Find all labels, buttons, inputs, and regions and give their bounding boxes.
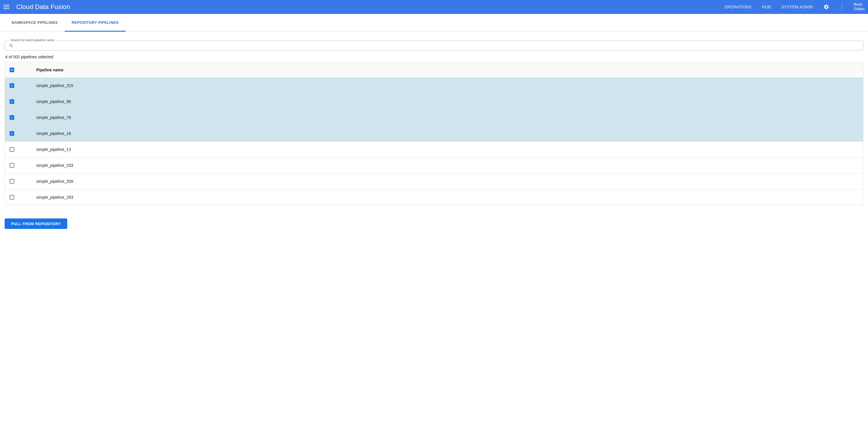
header-nav: OPERATIONS HUB SYSTEM ADMIN Basic Editio… [724, 2, 865, 11]
row-checkbox[interactable] [9, 195, 14, 200]
hamburger-menu-icon[interactable] [3, 3, 10, 10]
pipeline-name: simple_pipeline_76 [36, 115, 71, 120]
tabs: NAMESPACE PIPELINES REPOSITORY PIPELINES [0, 14, 868, 32]
pipeline-name: simple_pipeline_13 [36, 147, 71, 152]
selection-count: 4 of 502 pipelines selected [5, 55, 863, 59]
row-checkbox[interactable] [9, 163, 14, 168]
pipeline-name: simple_pipeline_18 [36, 131, 71, 136]
row-checkbox[interactable] [9, 83, 14, 88]
nav-operations[interactable]: OPERATIONS [724, 5, 752, 9]
search-wrap: Search by batch pipeline name [5, 40, 863, 51]
app-title: Cloud Data Fusion [16, 3, 70, 11]
table-header: Pipeline name [5, 62, 863, 78]
pipeline-name: simple_pipeline_315 [36, 83, 73, 88]
table-body: simple_pipeline_315simple_pipeline_86sim… [5, 78, 863, 205]
search-input[interactable] [17, 43, 859, 48]
search-label: Search by batch pipeline name [9, 38, 55, 42]
table-row[interactable]: simple_pipeline_86 [5, 93, 863, 109]
search-box[interactable] [5, 40, 863, 51]
pipeline-name: simple_pipeline_86 [36, 99, 71, 104]
table-row[interactable]: simple_pipeline_333 [5, 157, 863, 173]
edition-line1: Basic [854, 2, 865, 7]
row-checkbox[interactable] [9, 99, 14, 104]
table-row[interactable]: simple_pipeline_76 [5, 109, 863, 125]
content-area: Search by batch pipeline name 4 of 502 p… [0, 32, 868, 210]
column-header-name: Pipeline name [36, 67, 63, 72]
pipeline-name: simple_pipeline_293 [36, 195, 73, 200]
search-icon [9, 43, 13, 48]
row-checkbox[interactable] [9, 115, 14, 120]
pipeline-name: simple_pipeline_339 [36, 179, 73, 184]
table-row[interactable]: simple_pipeline_293 [5, 189, 863, 205]
gear-icon[interactable] [824, 4, 829, 10]
edition-line2: Edition [854, 7, 865, 11]
tab-repository-pipelines[interactable]: REPOSITORY PIPELINES [65, 14, 126, 32]
footer-actions: PULL FROM REPOSITORY [0, 210, 868, 234]
select-all-checkbox[interactable] [9, 67, 14, 72]
row-checkbox[interactable] [9, 147, 14, 152]
pull-from-repository-button[interactable]: PULL FROM REPOSITORY [5, 218, 67, 229]
table-row[interactable]: simple_pipeline_315 [5, 78, 863, 93]
app-header: Cloud Data Fusion OPERATIONS HUB SYSTEM … [0, 0, 868, 14]
nav-system-admin[interactable]: SYSTEM ADMIN [781, 5, 813, 9]
table-row[interactable]: simple_pipeline_18 [5, 125, 863, 141]
nav-hub[interactable]: HUB [762, 5, 771, 9]
edition-label: Basic Edition [854, 2, 865, 11]
row-checkbox[interactable] [9, 131, 14, 136]
table-row[interactable]: simple_pipeline_13 [5, 141, 863, 157]
pipeline-table: Pipeline name simple_pipeline_315simple_… [5, 62, 863, 205]
tab-namespace-pipelines[interactable]: NAMESPACE PIPELINES [5, 14, 65, 32]
pipeline-name: simple_pipeline_333 [36, 163, 73, 168]
row-checkbox[interactable] [9, 179, 14, 184]
table-row[interactable]: simple_pipeline_339 [5, 173, 863, 189]
